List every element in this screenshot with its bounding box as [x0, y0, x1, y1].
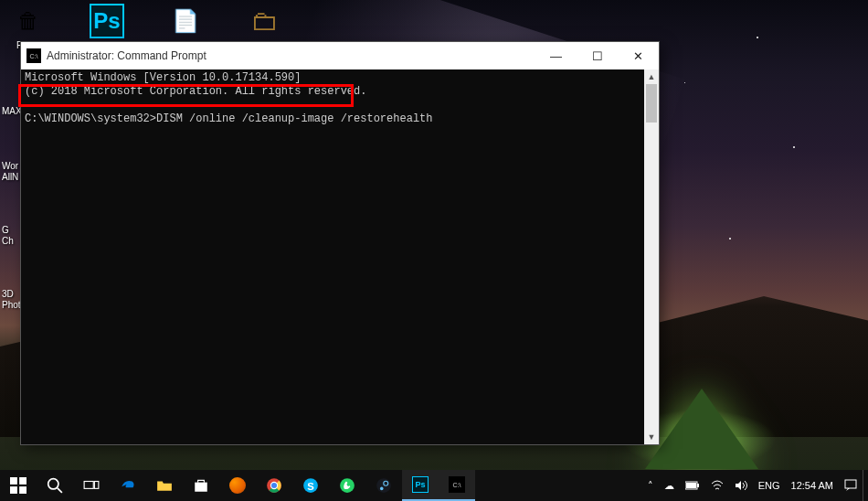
- task-view-button[interactable]: [73, 470, 110, 501]
- maximize-button[interactable]: ☐: [577, 42, 618, 69]
- cmd-scrollbar[interactable]: ▲ ▼: [644, 69, 659, 444]
- desktop-side-labels: MAX Wor AllN G Ch 3D Phot: [2, 106, 22, 311]
- edge-icon: [120, 477, 136, 494]
- cmd-window-buttons: — ☐ ✕: [535, 42, 659, 69]
- taskbar-skype[interactable]: S: [292, 470, 329, 501]
- star: [793, 146, 795, 148]
- chrome-icon: [266, 477, 282, 494]
- svg-point-17: [376, 478, 391, 493]
- svg-rect-22: [686, 483, 696, 488]
- show-desktop-button[interactable]: [863, 470, 868, 501]
- tray-clock[interactable]: 12:54 AM: [786, 470, 839, 501]
- tray-language[interactable]: ENG: [753, 470, 786, 501]
- cmd-line-version: Microsoft Windows [Version 10.0.17134.59…: [25, 71, 301, 84]
- photoshop-icon: Ps: [90, 4, 124, 38]
- svg-rect-1: [19, 477, 26, 485]
- action-center-icon: [844, 479, 857, 492]
- folder-icon: 🗀: [247, 4, 281, 38]
- cmd-prompt: C:\WINDOWS\system32>: [25, 112, 156, 125]
- svg-text:S: S: [307, 481, 314, 492]
- start-button[interactable]: [0, 470, 37, 501]
- system-tray: ˄ ☁ ENG 12:54 AM: [642, 470, 868, 501]
- tray-network[interactable]: [705, 470, 729, 501]
- taskbar-edge[interactable]: [110, 470, 146, 501]
- cmd-body[interactable]: Microsoft Windows [Version 10.0.17134.59…: [21, 69, 659, 444]
- volume-icon: [735, 480, 747, 491]
- taskbar: S Ps C:\ ˄ ☁ ENG 12:54 AM: [0, 470, 868, 501]
- recycle-bin-icon: 🗑: [11, 4, 46, 38]
- star: [684, 82, 685, 83]
- scroll-track[interactable]: [644, 84, 659, 430]
- cmd-icon: [26, 48, 41, 63]
- battery-icon: [685, 481, 700, 490]
- svg-rect-8: [195, 483, 207, 492]
- steam-icon: [376, 477, 392, 494]
- taskbar-firefox[interactable]: [219, 470, 256, 501]
- file-icon: 📄: [168, 4, 203, 38]
- cmd-line-copyright: (c) 2018 Microsoft Corporation. All righ…: [25, 85, 366, 98]
- cmd-icon: C:\: [449, 476, 465, 493]
- whatsapp-icon: [339, 477, 355, 494]
- taskbar-file-explorer[interactable]: [146, 470, 183, 501]
- cmd-command[interactable]: DISM /online /cleanup-image /restoreheal…: [156, 112, 432, 125]
- svg-point-19: [380, 487, 384, 491]
- tray-action-center[interactable]: [839, 470, 863, 501]
- folder-icon: [156, 477, 173, 494]
- taskbar-cmd[interactable]: C:\: [439, 470, 475, 501]
- svg-rect-0: [10, 477, 17, 485]
- tray-volume[interactable]: [729, 470, 753, 501]
- svg-point-4: [48, 479, 58, 489]
- scroll-up-icon[interactable]: ▲: [644, 69, 659, 84]
- tray-battery[interactable]: [680, 470, 705, 501]
- close-button[interactable]: ✕: [618, 42, 659, 69]
- svg-rect-7: [94, 482, 99, 489]
- svg-rect-3: [19, 486, 26, 494]
- taskbar-photoshop[interactable]: Ps: [402, 470, 439, 501]
- svg-rect-23: [845, 480, 856, 488]
- star: [729, 238, 731, 240]
- store-icon: [193, 477, 209, 494]
- minimize-button[interactable]: —: [535, 42, 577, 69]
- cmd-title: Administrator: Command Prompt: [47, 49, 206, 62]
- svg-rect-6: [84, 482, 93, 489]
- search-button[interactable]: [37, 470, 73, 501]
- search-icon: [47, 477, 63, 494]
- skype-icon: S: [302, 477, 319, 494]
- taskbar-whatsapp[interactable]: [329, 470, 365, 501]
- svg-rect-21: [697, 484, 699, 487]
- tray-onedrive[interactable]: ☁: [659, 470, 680, 501]
- star: [757, 37, 758, 38]
- wifi-icon: [711, 480, 724, 491]
- taskbar-store[interactable]: [183, 470, 219, 501]
- taskbar-chrome[interactable]: [256, 470, 292, 501]
- windows-icon: [10, 477, 26, 494]
- svg-rect-2: [10, 486, 17, 494]
- firefox-icon: [229, 477, 246, 494]
- tray-overflow[interactable]: ˄: [642, 470, 659, 501]
- taskbar-steam[interactable]: [365, 470, 402, 501]
- wallpaper-tent: [645, 389, 758, 469]
- scroll-thumb[interactable]: [646, 84, 657, 123]
- scroll-down-icon[interactable]: ▼: [644, 430, 659, 444]
- photoshop-icon: Ps: [412, 476, 429, 493]
- svg-line-5: [58, 488, 62, 493]
- task-view-icon: [83, 477, 100, 494]
- cmd-window[interactable]: Administrator: Command Prompt — ☐ ✕ Micr…: [20, 41, 660, 445]
